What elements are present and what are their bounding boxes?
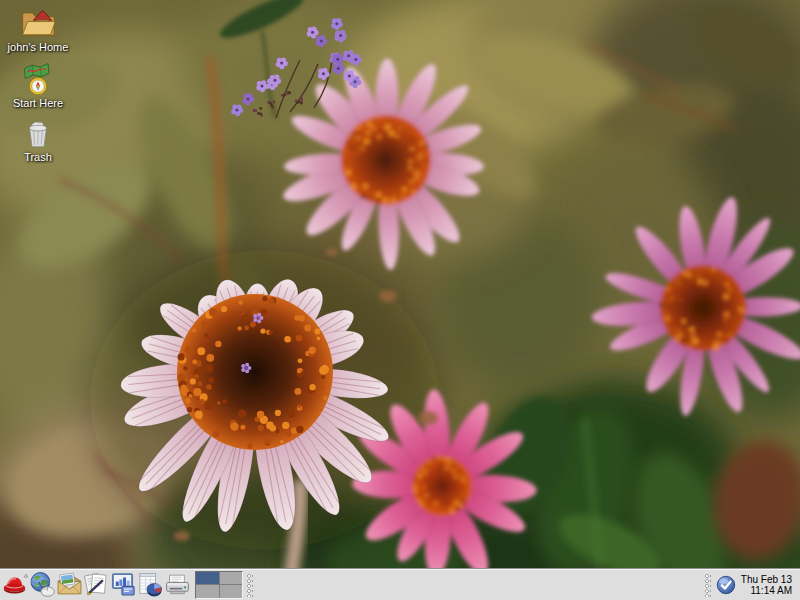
home-folder-icon <box>19 4 57 40</box>
trash-can-icon <box>22 118 54 150</box>
clock-applet[interactable]: Thu Feb 13 11:14 AM <box>738 574 798 596</box>
workspace-3[interactable] <box>196 585 219 598</box>
main-menu-button[interactable] <box>2 571 29 599</box>
word-processor-launcher[interactable] <box>83 571 110 599</box>
workspace-pager[interactable] <box>195 571 243 599</box>
clock-time: 11:14 AM <box>750 585 792 596</box>
email-launcher[interactable] <box>56 571 83 599</box>
desktop-icon-trash[interactable]: Trash <box>22 118 54 163</box>
documents-pen-icon <box>83 571 110 598</box>
desktop-icon-start-here[interactable]: Start Here <box>13 62 63 109</box>
screen-barchart-icon <box>110 571 137 598</box>
presentation-launcher[interactable] <box>110 571 137 599</box>
clock-date: Thu Feb 13 <box>741 574 792 585</box>
printer-icon <box>164 571 191 598</box>
sheet-piechart-icon <box>137 571 164 598</box>
globe-mouse-icon <box>29 571 56 598</box>
update-check-icon <box>715 574 737 596</box>
desktop: john's Home Start Here <box>0 0 800 600</box>
desktop-icon-label: Start Here <box>13 97 63 109</box>
red-hat-icon <box>2 571 29 598</box>
desktop-icon-label: Trash <box>24 151 52 163</box>
desktop-icon-johns-home[interactable]: john's Home <box>8 4 69 53</box>
printer-launcher[interactable] <box>164 571 191 599</box>
envelope-photo-icon <box>56 571 83 598</box>
wallpaper-coneflowers <box>0 0 800 600</box>
bottom-panel: Thu Feb 13 11:14 AM <box>0 568 800 600</box>
web-browser-launcher[interactable] <box>29 571 56 599</box>
workspace-4[interactable] <box>220 585 243 598</box>
update-notifier-button[interactable] <box>714 573 738 597</box>
workspace-2[interactable] <box>220 572 243 585</box>
panel-drag-handle-right[interactable] <box>704 573 711 597</box>
workspace-1[interactable] <box>196 572 219 585</box>
panel-drag-handle-left[interactable] <box>246 573 253 597</box>
start-here-compass-icon <box>21 62 55 96</box>
desktop-icon-label: john's Home <box>8 41 69 53</box>
window-list-area <box>256 569 701 600</box>
desktop-icon-column: john's Home Start Here <box>2 4 74 163</box>
spreadsheet-launcher[interactable] <box>137 571 164 599</box>
